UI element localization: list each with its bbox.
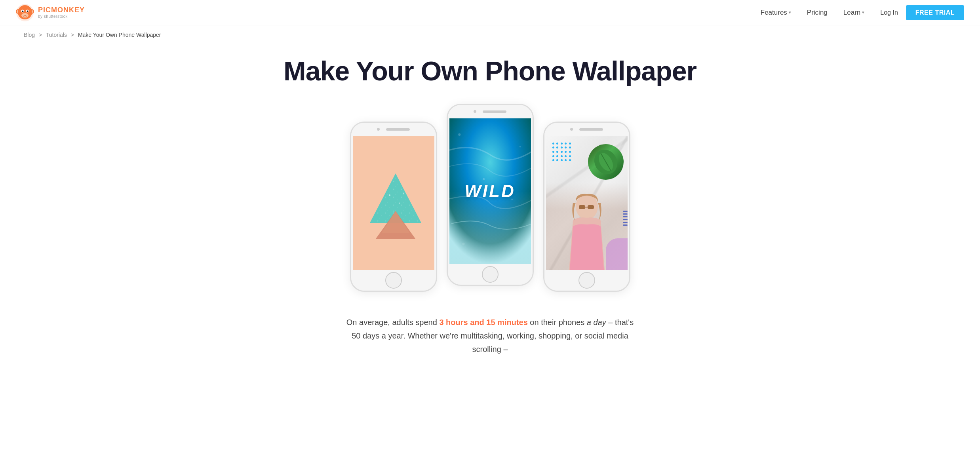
breadcrumb-sep-1: > <box>39 32 42 38</box>
nav-features[interactable]: Features ▾ <box>761 9 791 17</box>
wave-overlay <box>449 191 531 264</box>
logo-link[interactable]: PICMONKEY by shutterstock <box>16 4 85 22</box>
camera-dot-1 <box>377 128 380 131</box>
phone-bottom-1 <box>351 270 436 291</box>
home-button-1 <box>385 272 402 289</box>
home-button-2 <box>482 266 499 283</box>
dot-item <box>552 143 554 145</box>
body-text-section: On average, adults spend 3 hours and 15 … <box>328 308 653 364</box>
page-title: Make Your Own Phone Wallpaper <box>8 56 972 86</box>
phone-top-bar-1 <box>351 123 436 136</box>
svg-rect-34 <box>579 205 585 209</box>
dot-item <box>565 143 567 145</box>
stripe-line <box>623 211 628 212</box>
dot-item <box>561 146 563 148</box>
dot-item <box>552 146 554 148</box>
phone-screen-2: WILD <box>449 118 531 264</box>
dot-item <box>569 146 571 148</box>
dot-item <box>561 143 563 145</box>
nav-actions: Log In FREE TRIAL <box>880 5 964 20</box>
wild-text: WILD <box>464 181 515 201</box>
phone-screen-1 <box>353 136 434 270</box>
dot-item <box>552 151 554 153</box>
svg-point-11 <box>24 15 25 16</box>
picmonkey-logo-icon <box>16 4 34 22</box>
camera-dot-3 <box>570 128 573 131</box>
dot-item <box>552 155 554 157</box>
stripe-accent <box>623 211 628 242</box>
breadcrumb-current: Make Your Own Phone Wallpaper <box>78 32 161 38</box>
phones-showcase: WILD <box>0 110 980 308</box>
free-trial-button[interactable]: FREE TRIAL <box>906 5 964 20</box>
nav-learn[interactable]: Learn ▾ <box>843 9 864 17</box>
dots-pattern <box>552 143 572 162</box>
dot-item <box>569 151 571 153</box>
leaf-circle <box>588 144 624 180</box>
dot-item <box>556 155 558 157</box>
svg-point-12 <box>25 15 26 16</box>
body-part-1: On average, adults spend <box>346 318 440 327</box>
breadcrumb-tutorials[interactable]: Tutorials <box>46 32 67 38</box>
body-part-2: on their phones <box>528 318 587 327</box>
breadcrumb-blog[interactable]: Blog <box>24 32 35 38</box>
dot-item <box>561 151 563 153</box>
dot-item <box>569 155 571 157</box>
dot-item <box>565 155 567 157</box>
dot-item <box>569 143 571 145</box>
person-svg <box>561 191 613 270</box>
login-link[interactable]: Log In <box>880 9 898 16</box>
svg-point-17 <box>389 194 390 196</box>
leaf-icon <box>592 148 620 176</box>
nav-links: Features ▾ Pricing Learn ▾ <box>761 9 865 17</box>
phone-mockup-2: WILD <box>447 104 534 286</box>
home-button-3 <box>578 272 595 289</box>
phone-top-bar-2 <box>448 105 533 118</box>
navbar: PICMONKEY by shutterstock Features ▾ Pri… <box>0 0 980 25</box>
dot-item <box>556 143 558 145</box>
speaker-bar-1 <box>386 128 410 131</box>
camera-dot-2 <box>474 110 476 113</box>
phone-top-bar-3 <box>544 123 629 136</box>
dot-item <box>556 146 558 148</box>
breadcrumb-sep-2: > <box>71 32 74 38</box>
dot-item <box>569 159 571 161</box>
dot-item <box>556 159 558 161</box>
stripe-line <box>623 216 628 217</box>
triangle-design <box>368 171 419 235</box>
phone-mockup-3 <box>543 122 630 292</box>
stripe-line <box>623 224 628 226</box>
stripe-line <box>623 213 628 215</box>
svg-point-19 <box>393 211 394 211</box>
phone-mockup-1 <box>350 122 437 292</box>
stripe-line <box>623 219 628 220</box>
svg-point-27 <box>483 178 485 180</box>
hero-section: Make Your Own Phone Wallpaper <box>0 44 980 110</box>
dot-item <box>561 159 563 161</box>
svg-point-9 <box>22 10 24 12</box>
svg-rect-35 <box>588 205 594 209</box>
speaker-bar-2 <box>483 110 506 113</box>
person-area <box>546 183 628 270</box>
speaker-bar-3 <box>579 128 603 131</box>
svg-point-10 <box>27 10 29 12</box>
dot-item <box>565 146 567 148</box>
body-paragraph: On average, adults spend 3 hours and 15 … <box>344 316 637 356</box>
phone-screen-3 <box>546 136 628 270</box>
phone-bottom-3 <box>544 270 629 291</box>
dot-item <box>552 159 554 161</box>
svg-point-20 <box>403 192 404 194</box>
svg-point-25 <box>458 133 461 136</box>
triangle-svg <box>368 171 423 239</box>
stripe-line <box>623 222 628 223</box>
svg-point-18 <box>399 202 400 204</box>
dot-item <box>556 151 558 153</box>
brand-tagline: by shutterstock <box>38 14 85 19</box>
breadcrumb: Blog > Tutorials > Make Your Own Phone W… <box>0 25 980 44</box>
dot-item <box>565 159 567 161</box>
italic-day: a day <box>587 318 606 327</box>
dot-item <box>565 151 567 153</box>
phone-bottom-2 <box>448 264 533 285</box>
brand-name: PICMONKEY <box>38 6 85 14</box>
nav-pricing[interactable]: Pricing <box>807 9 828 17</box>
svg-point-26 <box>519 146 521 147</box>
